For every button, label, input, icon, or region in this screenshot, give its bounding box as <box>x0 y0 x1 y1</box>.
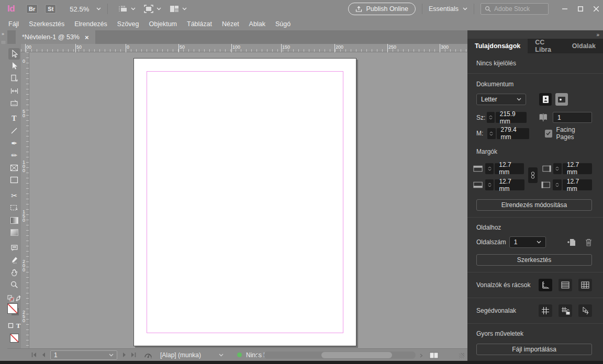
margin-left-field[interactable]: 12.7 mm <box>563 179 592 190</box>
apply-none-button[interactable] <box>8 332 20 345</box>
smart-guides-button[interactable] <box>578 304 592 317</box>
menu-nezet[interactable]: Nézet <box>222 20 239 28</box>
width-stepper[interactable] <box>487 112 495 123</box>
swap-fill-stroke-icon[interactable] <box>16 295 21 301</box>
show-rulers-button[interactable] <box>539 279 552 291</box>
zoom-tool[interactable] <box>8 279 20 291</box>
pen-tool[interactable]: ✒ <box>8 138 20 149</box>
height-stepper[interactable] <box>487 128 496 139</box>
pencil-tool[interactable]: ✏ <box>8 150 20 162</box>
stock-button[interactable]: St <box>45 4 56 14</box>
bridge-button[interactable]: Br <box>26 4 38 14</box>
add-page-icon[interactable] <box>567 238 576 246</box>
arrange-documents-control[interactable] <box>170 5 187 13</box>
last-page-button[interactable] <box>129 350 138 360</box>
margin-top-stepper[interactable] <box>485 163 494 174</box>
spread-view-icon[interactable] <box>429 352 439 359</box>
preflight-menu-icon[interactable] <box>143 350 153 360</box>
show-guides-button[interactable] <box>539 304 552 317</box>
menu-ablak[interactable]: Ablak <box>249 20 265 28</box>
vertical-ruler[interactable]: 0 50 100 150 200 250 <box>21 52 29 348</box>
menu-tablazat[interactable]: Táblázat <box>187 20 212 28</box>
preflight-profile-dropdown[interactable]: [Alap] (munka) <box>160 351 224 359</box>
type-tool[interactable]: T <box>8 113 20 124</box>
import-file-button[interactable]: Fájl importálása <box>476 344 592 355</box>
free-transform-tool[interactable] <box>8 202 20 214</box>
menu-szerkesztes[interactable]: Szerkesztés <box>29 20 64 28</box>
landscape-orientation-button[interactable] <box>555 93 568 106</box>
adobe-stock-search[interactable] <box>481 3 549 15</box>
page-count-field[interactable]: 1 <box>553 112 592 123</box>
menu-fajl[interactable]: Fájl <box>8 20 19 28</box>
scroll-left-icon[interactable] <box>255 354 259 358</box>
workspace-switcher[interactable]: Essentials <box>429 5 467 13</box>
horizontal-ruler[interactable]: 00 50 0 50 100 150 200 250 300 <box>21 44 467 52</box>
zoom-level-control[interactable]: 52.5% <box>70 5 101 13</box>
formatting-text-icon[interactable]: T <box>16 322 21 330</box>
baseline-grid-button[interactable] <box>559 279 572 291</box>
gap-tool[interactable] <box>8 85 20 97</box>
tab-oldalak[interactable]: Oldalak <box>565 39 603 53</box>
fill-swatch[interactable] <box>7 303 18 314</box>
formatting-container-icon[interactable] <box>8 323 14 328</box>
rectangle-tool[interactable] <box>8 175 20 186</box>
view-options-control[interactable] <box>118 5 136 13</box>
horizontal-scroll-thumb[interactable] <box>321 352 392 358</box>
line-tool[interactable] <box>8 125 20 136</box>
menu-szoveg[interactable]: Szöveg <box>117 20 139 28</box>
link-margins-button[interactable] <box>528 167 537 183</box>
first-page-button[interactable] <box>29 350 39 360</box>
publish-online-button[interactable]: Publish Online <box>348 3 416 15</box>
delete-page-icon[interactable] <box>585 238 592 246</box>
lock-guides-button[interactable] <box>559 304 572 317</box>
portrait-orientation-button[interactable] <box>539 93 552 106</box>
tab-tulajdonsagok[interactable]: Tulajdonságok <box>467 39 528 53</box>
scissors-tool[interactable]: ✂ <box>8 190 20 201</box>
edit-button[interactable]: Szerkesztés <box>476 254 592 266</box>
direct-selection-tool[interactable] <box>8 61 20 72</box>
gradient-feather-tool[interactable] <box>8 227 20 238</box>
menu-elrendezes[interactable]: Elrendezés <box>74 20 107 28</box>
screen-mode-control[interactable] <box>144 5 161 13</box>
margin-left-stepper[interactable] <box>553 179 561 190</box>
frame-tool[interactable] <box>8 162 20 174</box>
hand-tool[interactable] <box>8 267 20 279</box>
margin-bottom-stepper[interactable] <box>485 179 494 190</box>
maximize-button[interactable] <box>574 4 587 14</box>
toolbar-drag-handle[interactable] <box>2 41 6 44</box>
document-canvas[interactable] <box>29 52 467 348</box>
collapse-toolbar-icon[interactable]: » <box>0 30 7 37</box>
page-number-dropdown[interactable]: 1 <box>50 350 117 360</box>
stock-search-input[interactable] <box>494 5 541 13</box>
margin-bottom-field[interactable]: 12.7 mm <box>495 179 524 190</box>
tab-cc-libraries[interactable]: CC Libra <box>528 39 565 53</box>
resize-grip[interactable] <box>459 353 464 358</box>
close-icon[interactable]: × <box>85 33 89 41</box>
minimize-button[interactable] <box>558 4 572 14</box>
panel-page-number-dropdown[interactable]: 1 <box>509 236 546 248</box>
gradient-tool[interactable] <box>8 214 20 226</box>
menu-sugo[interactable]: Súgó <box>275 20 291 28</box>
page-tool[interactable] <box>8 73 20 84</box>
menu-objektum[interactable]: Objektum <box>149 20 177 28</box>
previous-page-button[interactable] <box>39 350 48 360</box>
margin-right-stepper[interactable] <box>553 163 562 174</box>
collapse-panel-icon[interactable]: » <box>596 32 599 38</box>
facing-pages-checkbox[interactable] <box>545 130 552 138</box>
eyedropper-tool[interactable] <box>8 255 20 266</box>
note-tool[interactable] <box>8 242 20 254</box>
close-button[interactable] <box>589 4 603 14</box>
margin-top-field[interactable]: 12.7 mm <box>495 163 524 174</box>
height-field[interactable]: 279.4 mm <box>497 128 529 139</box>
selection-tool[interactable] <box>8 48 20 60</box>
change-layout-button[interactable]: Elrendezés módosítása <box>476 199 592 211</box>
width-field[interactable]: 215.9 mm <box>496 112 527 123</box>
margin-right-field[interactable]: 12.7 mm <box>563 163 592 174</box>
document-page[interactable] <box>133 58 356 346</box>
horizontal-scrollbar[interactable] <box>264 351 416 359</box>
page-size-preset-dropdown[interactable]: Letter <box>476 94 526 105</box>
scroll-right-icon[interactable] <box>420 354 423 358</box>
default-fill-stroke-icon[interactable] <box>7 295 14 302</box>
document-grid-button[interactable] <box>578 279 592 291</box>
next-page-button[interactable] <box>119 350 129 360</box>
